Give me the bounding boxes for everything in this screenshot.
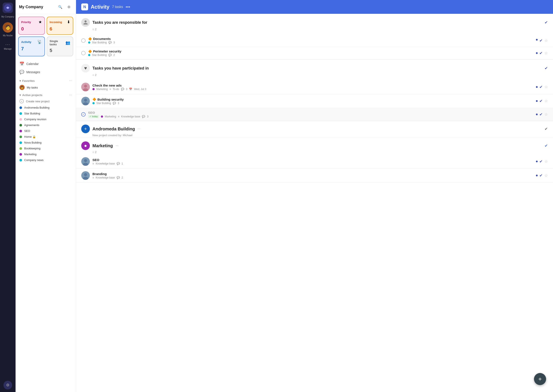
sidebar-item-company-reunion[interactable]: Company reunion: [17, 116, 74, 122]
single-tasks-card[interactable]: Single tasks 👥 5: [47, 36, 73, 56]
company-news-label: Company news: [24, 158, 44, 162]
sidebar-item-seo[interactable]: SEO: [17, 128, 74, 134]
branding-check-button[interactable]: ✔: [539, 173, 543, 178]
app-logo[interactable]: [3, 3, 13, 13]
sidebar-item-bookkeeping[interactable]: Bookkeeping: [17, 146, 74, 151]
sidebar: My Company 🔍 ⚙ Priority ★ 0 Incoming ⬇ 6…: [15, 0, 76, 392]
perimeter-new-indicator: [536, 52, 538, 54]
seo-marketing-star-button[interactable]: ☆: [544, 159, 548, 164]
sidebar-item-calendar[interactable]: 📅 Calendar: [17, 60, 74, 68]
seo-completed-check-icon: ✓: [82, 113, 85, 116]
priority-card[interactable]: Priority ★ 0: [18, 17, 45, 35]
participated-count: ○ 2: [92, 73, 548, 77]
sidebar-item-andromeda[interactable]: Andromeda Building: [17, 105, 74, 111]
building-security-project-dot: [92, 102, 95, 104]
sidebar-item-my-tasks[interactable]: 🧑 My tasks: [17, 84, 74, 91]
seo-comment-count: 3: [147, 115, 149, 118]
participated-check-icon: ✔: [545, 66, 548, 70]
documents-comment-icon: 💬: [108, 41, 112, 44]
incoming-card[interactable]: Incoming ⬇ 6: [47, 17, 73, 35]
ads-comment-count: 3: [126, 88, 128, 91]
seo-star-button[interactable]: ☆: [544, 112, 548, 117]
documents-checkbox[interactable]: [81, 38, 85, 43]
favorites-section-header: ▾ Favorites ···: [17, 77, 74, 84]
sidebar-section: ▾ Favorites ··· 🧑 My tasks ▾ Active proj…: [15, 77, 76, 392]
seo-completed-checkbox[interactable]: ✓: [81, 112, 85, 117]
branding-section-icon: ≡: [92, 176, 94, 179]
seo-marketing-indicator: [536, 161, 538, 162]
sidebar-item-home[interactable]: Home 🔒: [17, 134, 74, 140]
favorites-more-button[interactable]: ···: [69, 79, 72, 83]
andromeda-dot: [20, 106, 22, 109]
documents-actions: ✔ ☆: [536, 38, 548, 43]
marketing-more-button[interactable]: ···: [115, 144, 118, 148]
ads-content: Check the new ads Marketing ≡ To-do 💬 3 …: [92, 84, 533, 91]
create-project-label: Create new project: [26, 100, 50, 103]
branding-section: Knowledge base: [96, 176, 115, 179]
seo-marketing-check-button[interactable]: ✔: [539, 159, 543, 164]
branding-comment-icon: 💬: [117, 176, 120, 179]
task-building-security[interactable]: 🔶 Building security Star Building 💬 3 ✔ …: [76, 94, 553, 108]
svg-point-1: [7, 7, 9, 9]
building-security-comment-count: 3: [118, 102, 119, 105]
responsible-section: Tasks you are responsible for ✔ ○ 2: [76, 14, 553, 34]
building-security-content: 🔶 Building security Star Building 💬 3: [92, 98, 533, 105]
activity-card[interactable]: Activity 📡 7: [18, 36, 45, 56]
documents-project-dot: [88, 42, 90, 44]
documents-check-button[interactable]: ✔: [539, 38, 543, 43]
ads-section-icon: ≡: [110, 88, 111, 91]
ads-check-button[interactable]: ✔: [539, 85, 543, 89]
nozbe-icon: N: [83, 5, 86, 9]
branding-title: Branding: [92, 172, 107, 176]
task-perimeter-security[interactable]: 🔶 Perimeter security Star Building 💬 2 ✔…: [76, 47, 553, 59]
sidebar-item-company-news[interactable]: Company news: [17, 157, 74, 163]
building-security-check-button[interactable]: ✔: [539, 99, 543, 103]
sidebar-item-star[interactable]: Star Building: [17, 111, 74, 116]
active-projects-label: Active projects: [22, 93, 42, 97]
calendar-icon: 📅: [20, 62, 24, 66]
sidebar-item-nova[interactable]: Nova Building: [17, 140, 74, 146]
task-check-ads[interactable]: Check the new ads Marketing ≡ To-do 💬 3 …: [76, 80, 553, 94]
andromeda-more-button[interactable]: ···: [138, 127, 140, 131]
building-security-priority-icon: 🔶: [92, 98, 96, 101]
sidebar-item-agreements[interactable]: Agreements: [17, 122, 74, 128]
seo-check-button[interactable]: ✔: [539, 112, 543, 117]
documents-star-button[interactable]: ☆: [544, 38, 548, 43]
task-seo-completed[interactable]: ✓ SEO ✓ today Marketing ≡ Knowledge base…: [76, 108, 553, 121]
search-button[interactable]: 🔍: [57, 3, 64, 10]
perimeter-check-button[interactable]: ✔: [539, 51, 543, 56]
branding-star-button[interactable]: ☆: [544, 173, 548, 178]
task-seo-marketing[interactable]: SEO ≡ Knowledge base 💬 1 ✔ ☆: [76, 154, 553, 168]
settings-button[interactable]: ⚙: [65, 3, 72, 10]
sidebar-item-marketing[interactable]: Marketing: [17, 151, 74, 157]
main-more-button[interactable]: •••: [126, 5, 130, 9]
create-project-item[interactable]: + Create new project: [17, 98, 74, 105]
add-task-fab[interactable]: +: [534, 373, 546, 385]
andromeda-check-icon: ✔: [545, 126, 548, 131]
seo-label: SEO: [24, 129, 30, 133]
sidebar-item-messages[interactable]: 💬 Messages: [17, 68, 74, 76]
branding-actions: ✔ ☆: [536, 173, 548, 178]
manage-nav[interactable]: ··· Manage: [4, 42, 12, 50]
incoming-value: 6: [50, 26, 71, 32]
ads-comment-icon: 💬: [121, 88, 124, 91]
user-avatar[interactable]: 🧑: [3, 22, 13, 33]
building-security-star-button[interactable]: ☆: [544, 99, 548, 103]
task-branding[interactable]: Branding ≡ Knowledge base 💬 2 ✔ ☆: [76, 168, 553, 183]
ads-star-button[interactable]: ☆: [544, 85, 548, 89]
star-dot: [20, 112, 22, 115]
active-projects-more-button[interactable]: ···: [69, 93, 72, 97]
perimeter-priority-icon: 🔶: [88, 50, 92, 53]
home-dot: [20, 136, 22, 138]
building-security-indicator: [536, 100, 538, 102]
responsible-section-icon: [81, 18, 90, 27]
perimeter-checkbox[interactable]: [81, 51, 85, 55]
favorites-arrow: ▾: [20, 79, 21, 83]
building-security-actions: ✔ ☆: [536, 99, 548, 103]
task-documents[interactable]: 🔶 Documents Star Building 💬 3 ✔ ☆: [76, 34, 553, 47]
bookkeeping-label: Bookkeeping: [24, 147, 40, 150]
perimeter-star-button[interactable]: ☆: [544, 51, 548, 56]
company-label: My Company: [1, 15, 14, 18]
settings-icon-btn[interactable]: ⚙: [3, 381, 12, 389]
perimeter-actions: ✔ ☆: [536, 51, 548, 56]
